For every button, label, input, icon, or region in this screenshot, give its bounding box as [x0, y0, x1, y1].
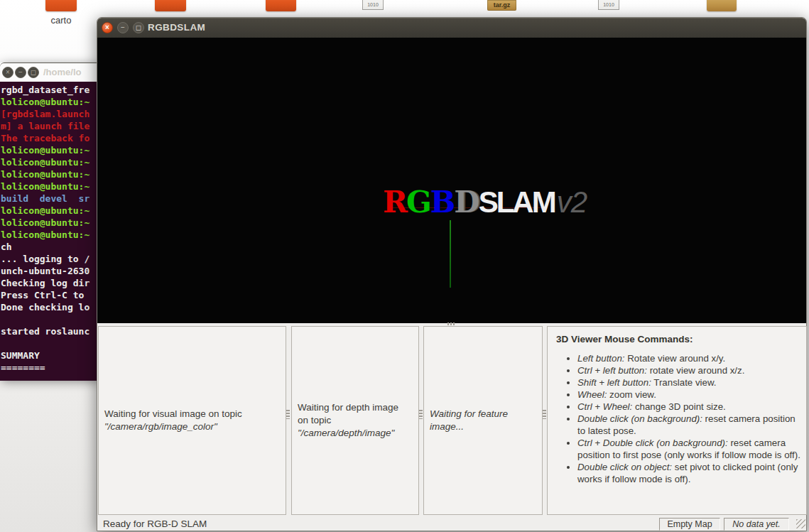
logo-letter-g: G — [406, 185, 430, 219]
status-message: Ready for RGB-D SLAM — [103, 519, 207, 529]
splitter-handle[interactable] — [419, 410, 423, 419]
command-key: Left button: — [577, 353, 625, 364]
terminal-line: started roslaunc — [0, 325, 99, 337]
logo-letter-b: B — [430, 185, 455, 219]
map-status-badge: Empty Map — [659, 518, 720, 531]
terminal-line: Checking log dir — [0, 277, 99, 289]
3d-viewer[interactable]: RGBDSLAMv2 — [97, 38, 806, 323]
visual-waiting-text: Waiting for visual image on topic — [104, 408, 278, 420]
minimize-icon[interactable]: − — [15, 67, 26, 78]
command-item: Ctrl + Wheel: change 3D point size. — [577, 401, 803, 413]
minimize-icon[interactable]: − — [117, 22, 129, 33]
terminal-line: ... logging to / — [0, 253, 99, 265]
terminal-titlebar[interactable]: × − ◻ /home/lo — [0, 63, 99, 82]
icon-label-clipped: ..... — [361, 14, 386, 16]
depth-image-panel: Waiting for depth image on topic "/camer… — [291, 326, 419, 515]
terminal-line: lolicon@ubuntu:~ — [0, 217, 99, 229]
rgbdslam-logo: RGBDSLAMv2 — [383, 187, 587, 218]
visual-image-panel: Waiting for visual image on topic "/came… — [98, 326, 286, 515]
folder-icon-tan[interactable] — [707, 0, 737, 11]
splitter-handle-horizontal[interactable] — [447, 322, 456, 325]
terminal-line: rgbd_dataset_fre — [0, 84, 99, 96]
mouse-commands-panel: 3D Viewer Mouse Commands: Left button: R… — [547, 326, 807, 515]
app-titlebar[interactable]: × − ◻ RGBDSLAM — [97, 18, 806, 38]
terminal-line: Done checking lo — [0, 301, 99, 313]
folder-icon[interactable] — [266, 0, 296, 11]
terminal-line: ======== — [0, 362, 99, 374]
maximize-icon[interactable]: ◻ — [28, 67, 39, 78]
depth-waiting-text: Waiting for depth image on topic — [298, 401, 411, 427]
terminal-line — [0, 337, 99, 349]
icon-label-clipped: ..... — [267, 14, 295, 16]
terminal-window: × − ◻ /home/lo rgbd_dataset_fre lolicon@… — [0, 63, 99, 379]
command-key: Wheel: — [577, 389, 607, 400]
command-desc: rotate view around x/z. — [647, 365, 744, 376]
command-desc: change 3D point size. — [632, 401, 726, 412]
terminal-line: lolicon@ubuntu:~ — [0, 96, 99, 108]
command-item: Wheel: zoom view. — [577, 389, 803, 401]
icon-label-clipped: ..... — [156, 14, 185, 16]
command-item: Ctrl + left button: rotate view around x… — [577, 364, 803, 376]
command-desc: Rotate view around x/y. — [625, 353, 726, 364]
command-key: Ctrl + Double click (on background): — [577, 438, 728, 448]
logo-slam: SLAM — [479, 185, 555, 219]
command-key: Ctrl + left button: — [577, 365, 647, 376]
command-item: Double click (on background): reset came… — [577, 413, 803, 437]
terminal-line: unch-ubuntu-2630 — [0, 265, 99, 277]
feature-waiting-text: Waiting for feature image... — [430, 408, 535, 433]
command-item: Double click on object: set pivot to cli… — [577, 461, 803, 485]
command-key: Double click (on background): — [577, 413, 702, 424]
terminal-line: lolicon@ubuntu:~ — [0, 229, 99, 241]
command-key: Double click on object: — [577, 462, 672, 472]
folder-icon[interactable] — [155, 0, 186, 11]
command-desc: zoom view. — [607, 389, 656, 400]
terminal-line: [rgbdslam.launch — [0, 108, 99, 120]
logo-letter-r: R — [383, 185, 406, 219]
feature-image-panel: Waiting for feature image... — [423, 326, 543, 515]
command-key: Ctrl + Wheel: — [577, 401, 632, 412]
terminal-line: ch — [0, 241, 99, 253]
status-bar: Ready for RGB-D SLAM Empty Map No data y… — [97, 516, 806, 531]
command-item: Left button: Rotate view around x/y. — [577, 352, 803, 364]
terminal-title: /home/lo — [43, 67, 81, 77]
icon-label-clipped: ..... — [597, 14, 622, 16]
command-item: Shift + left button: Translate view. — [577, 376, 803, 389]
terminal-line: SUMMARY — [0, 349, 99, 362]
close-icon[interactable]: × — [2, 67, 13, 78]
command-desc: Translate view. — [651, 377, 717, 388]
logo-version: v2 — [557, 185, 587, 219]
maximize-icon[interactable]: ◻ — [133, 22, 144, 33]
splitter-handle[interactable] — [543, 410, 546, 419]
rgbdslam-window: × − ◻ RGBDSLAM RGBDSLAMv2 Waiting for vi… — [97, 17, 807, 531]
terminal-line: lolicon@ubuntu:~ — [0, 205, 99, 217]
terminal-line: lolicon@ubuntu:~ — [0, 168, 99, 180]
icon-label-carto[interactable]: carto — [40, 15, 82, 26]
archive-icon-targz[interactable]: tar.gz — [487, 0, 516, 11]
command-key: Shift + left button: — [577, 377, 651, 388]
terminal-line: lolicon@ubuntu:~ — [0, 144, 99, 156]
logo-letter-d: D — [454, 185, 478, 219]
file-icon-1010[interactable]: 1010 — [598, 0, 619, 10]
terminal-line: The traceback fo — [0, 132, 99, 144]
depth-topic-text: "/camera/depth/image" — [298, 427, 411, 440]
file-icon-1010[interactable]: 1010 — [362, 0, 384, 10]
y-axis-line — [450, 220, 451, 288]
terminal-line: lolicon@ubuntu:~ — [0, 156, 99, 168]
terminal-line — [0, 313, 99, 325]
window-title: RGBDSLAM — [148, 22, 205, 33]
terminal-line: lolicon@ubuntu:~ — [0, 180, 99, 192]
terminal-output[interactable]: rgbd_dataset_fre lolicon@ubuntu:~ [rgbds… — [0, 82, 99, 381]
visual-topic-text: "/camera/rgb/image_color" — [104, 420, 278, 433]
resize-grip[interactable] — [796, 519, 805, 528]
terminal-line: build devel sr — [0, 192, 99, 205]
mouse-commands-title: 3D Viewer Mouse Commands: — [556, 334, 803, 344]
close-icon[interactable]: × — [102, 22, 113, 33]
terminal-line: m] a launch file — [0, 120, 99, 132]
data-status-badge: No data yet. — [724, 518, 789, 531]
splitter-handle[interactable] — [286, 410, 290, 419]
command-item: Ctrl + Double click (on background): res… — [577, 437, 803, 461]
mouse-commands-list: Left button: Rotate view around x/y. Ctr… — [556, 352, 803, 485]
terminal-line: Press Ctrl-C to — [0, 289, 99, 301]
folder-icon-carto[interactable] — [45, 0, 77, 11]
icon-label-clipped: ..... — [708, 14, 735, 16]
